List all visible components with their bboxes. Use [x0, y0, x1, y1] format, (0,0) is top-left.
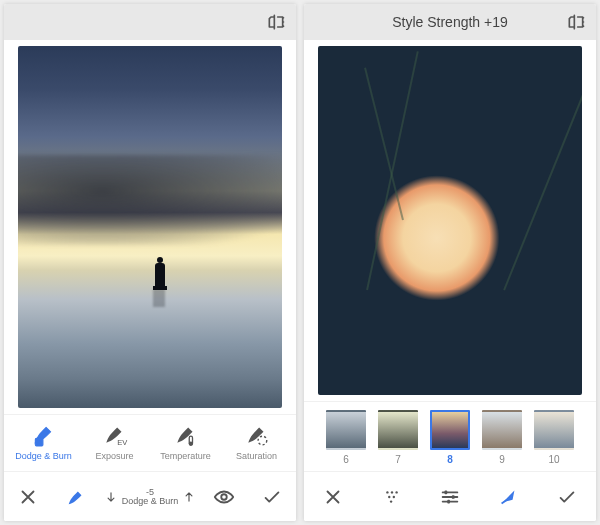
- filter-number: 10: [548, 454, 559, 465]
- mask-visibility-button[interactable]: [204, 477, 244, 517]
- apply-button[interactable]: [547, 477, 587, 517]
- shuffle-button[interactable]: [372, 477, 412, 517]
- svg-point-2: [283, 25, 285, 27]
- tool-label: Dodge & Burn: [15, 451, 72, 461]
- editor-screen-style: Style Strength +19 6 7 8 9 10: [304, 4, 596, 521]
- tool-saturation[interactable]: Saturation: [221, 421, 292, 461]
- compare-icon[interactable]: [266, 12, 286, 32]
- style-filter-9[interactable]: 9: [478, 410, 526, 465]
- svg-rect-18: [444, 490, 447, 494]
- adjust-sliders-button[interactable]: [430, 477, 470, 517]
- svg-point-15: [388, 495, 390, 497]
- svg-point-16: [392, 495, 394, 497]
- brush-tool-strip: Dodge & Burn EV Exposure Temperature Sat…: [4, 414, 296, 471]
- apply-button[interactable]: [252, 477, 292, 517]
- tool-label: Temperature: [160, 451, 211, 461]
- style-filter-8[interactable]: 8: [426, 410, 474, 465]
- svg-point-7: [258, 436, 267, 445]
- header-bar: [4, 4, 296, 40]
- filter-number: 9: [499, 454, 505, 465]
- filter-number: 8: [447, 454, 453, 465]
- eraser-brush-button[interactable]: [56, 477, 96, 517]
- brush-icon: [173, 421, 199, 447]
- brush-value-label: Dodge & Burn: [122, 497, 179, 506]
- svg-point-14: [395, 491, 397, 493]
- tool-label: Exposure: [95, 451, 133, 461]
- image-canvas[interactable]: [18, 46, 282, 408]
- svg-point-12: [386, 491, 388, 493]
- filter-swatch: [482, 410, 522, 450]
- brush-icon: EV: [102, 421, 128, 447]
- brush-icon: [31, 421, 57, 447]
- svg-text:EV: EV: [117, 438, 128, 447]
- brush-icon: [244, 421, 270, 447]
- svg-rect-19: [452, 495, 455, 499]
- cancel-button[interactable]: [313, 477, 353, 517]
- bottom-action-bar: [304, 471, 596, 521]
- svg-point-11: [583, 25, 585, 27]
- tool-exposure[interactable]: EV Exposure: [79, 421, 150, 461]
- svg-point-0: [283, 17, 285, 19]
- svg-point-8: [221, 494, 227, 500]
- filter-number: 7: [395, 454, 401, 465]
- svg-rect-20: [447, 499, 450, 503]
- header-bar: Style Strength +19: [304, 4, 596, 40]
- header-title: Style Strength +19: [392, 14, 508, 30]
- style-filter-10[interactable]: 10: [530, 410, 578, 465]
- filter-swatch: [378, 410, 418, 450]
- tool-temperature[interactable]: Temperature: [150, 421, 221, 461]
- style-strength-button[interactable]: [488, 477, 528, 517]
- bottom-action-bar: -5 Dodge & Burn: [4, 471, 296, 521]
- svg-point-13: [390, 491, 392, 493]
- filter-swatch: [326, 410, 366, 450]
- style-filter-7[interactable]: 7: [374, 410, 422, 465]
- svg-point-17: [389, 500, 391, 502]
- tool-label: Saturation: [236, 451, 277, 461]
- editor-screen-brush: Dodge & Burn EV Exposure Temperature Sat…: [4, 4, 296, 521]
- svg-point-1: [283, 21, 285, 23]
- style-filter-6[interactable]: 6: [322, 410, 370, 465]
- brush-value-stepper[interactable]: -5 Dodge & Burn: [104, 477, 197, 517]
- svg-point-10: [583, 21, 585, 23]
- tool-dodge-burn[interactable]: Dodge & Burn: [8, 421, 79, 461]
- compare-icon[interactable]: [566, 12, 586, 32]
- filter-swatch: [430, 410, 470, 450]
- cancel-button[interactable]: [8, 477, 48, 517]
- style-filter-strip: 6 7 8 9 10: [304, 401, 596, 471]
- svg-point-6: [188, 442, 192, 446]
- filter-swatch: [534, 410, 574, 450]
- svg-point-9: [583, 17, 585, 19]
- filter-number: 6: [343, 454, 349, 465]
- image-canvas[interactable]: [318, 46, 582, 395]
